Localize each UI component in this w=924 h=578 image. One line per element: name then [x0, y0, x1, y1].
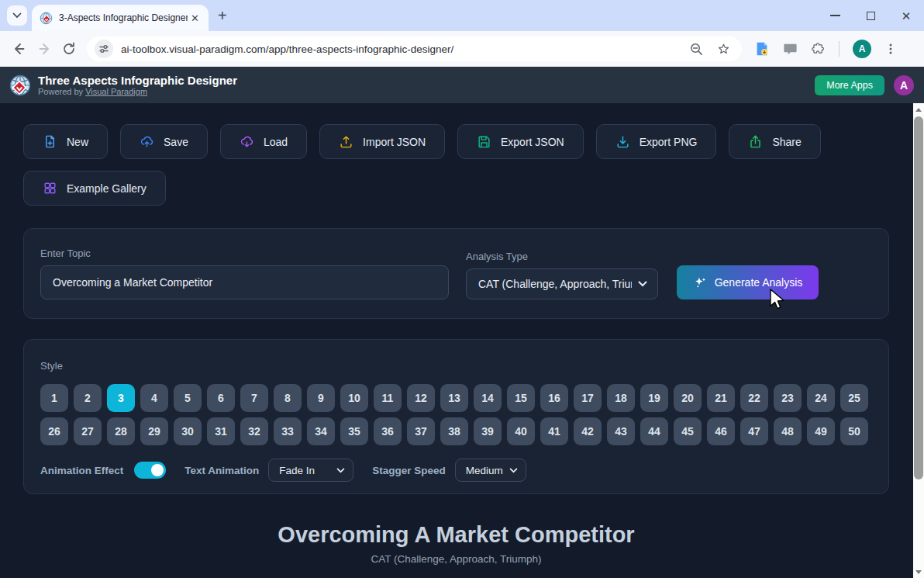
style-option-35[interactable]: 35 — [340, 417, 368, 445]
style-option-29[interactable]: 29 — [140, 417, 168, 445]
style-option-23[interactable]: 23 — [774, 384, 802, 412]
scroll-down-arrow[interactable] — [913, 566, 924, 578]
browser-toolbar: ai-toolbox.visual-paradigm.com/app/three… — [0, 31, 924, 67]
style-option-15[interactable]: 15 — [507, 384, 535, 412]
tab-search-button[interactable] — [7, 5, 27, 26]
back-button[interactable] — [12, 42, 26, 56]
style-option-34[interactable]: 34 — [307, 417, 335, 445]
style-option-30[interactable]: 30 — [174, 417, 202, 445]
import-json-button[interactable]: Import JSON — [319, 124, 445, 159]
style-option-26[interactable]: 26 — [40, 417, 68, 445]
kebab-menu-icon[interactable] — [884, 43, 897, 55]
style-option-20[interactable]: 20 — [674, 384, 702, 412]
user-avatar[interactable]: A — [894, 75, 914, 95]
style-option-22[interactable]: 22 — [740, 384, 768, 412]
style-option-48[interactable]: 48 — [774, 417, 802, 445]
style-option-32[interactable]: 32 — [240, 417, 268, 445]
topic-input[interactable] — [40, 265, 449, 299]
tab-close-icon[interactable]: ✕ — [188, 12, 202, 24]
browser-profile-avatar[interactable]: A — [853, 40, 871, 58]
action-toolbar-row2: Example Gallery — [23, 171, 889, 206]
style-option-44[interactable]: 44 — [640, 417, 668, 445]
reading-list-icon[interactable] — [754, 41, 770, 57]
style-option-27[interactable]: 27 — [74, 417, 102, 445]
site-settings-chip[interactable] — [95, 40, 113, 58]
zoom-icon[interactable] — [689, 42, 704, 57]
style-option-38[interactable]: 38 — [440, 417, 468, 445]
maximize-button[interactable] — [853, 0, 888, 31]
visual-paradigm-link[interactable]: Visual Paradigm — [85, 87, 147, 96]
style-option-9[interactable]: 9 — [307, 384, 335, 412]
new-button[interactable]: New — [23, 124, 108, 159]
example-gallery-button[interactable]: Example Gallery — [23, 171, 166, 206]
style-option-10[interactable]: 10 — [340, 384, 368, 412]
text-animation-select[interactable]: Fade In — [268, 459, 353, 482]
browser-tab[interactable]: 3-Aspects Infographic Designer ✕ — [32, 5, 209, 31]
style-option-4[interactable]: 4 — [140, 384, 168, 412]
animation-effect-label: Animation Effect — [40, 465, 123, 476]
style-option-19[interactable]: 19 — [640, 384, 668, 412]
style-option-1[interactable]: 1 — [40, 384, 68, 412]
style-option-17[interactable]: 17 — [574, 384, 602, 412]
analysis-type-select[interactable]: CAT (Challenge, Approach, Triumph) — [466, 268, 658, 299]
export-png-button[interactable]: Export PNG — [596, 124, 717, 159]
style-option-33[interactable]: 33 — [274, 417, 302, 445]
stagger-speed-select[interactable]: Medium — [455, 459, 526, 482]
tab-title: 3-Aspects Infographic Designer — [59, 12, 188, 23]
url-text[interactable]: ai-toolbox.visual-paradigm.com/app/three… — [121, 43, 689, 55]
style-option-11[interactable]: 11 — [374, 384, 402, 412]
upload-icon — [339, 134, 353, 149]
reload-button[interactable] — [62, 42, 76, 56]
style-option-47[interactable]: 47 — [740, 417, 768, 445]
animation-effect-toggle[interactable] — [134, 462, 166, 479]
bookmark-star-icon[interactable] — [716, 42, 731, 57]
style-option-36[interactable]: 36 — [374, 417, 402, 445]
style-option-28[interactable]: 28 — [107, 417, 135, 445]
style-option-46[interactable]: 46 — [707, 417, 735, 445]
forward-button[interactable] — [37, 42, 51, 56]
style-option-25[interactable]: 25 — [840, 384, 868, 412]
style-option-43[interactable]: 43 — [607, 417, 635, 445]
style-option-24[interactable]: 24 — [807, 384, 835, 412]
load-button[interactable]: Load — [220, 124, 307, 159]
style-option-37[interactable]: 37 — [407, 417, 435, 445]
style-option-45[interactable]: 45 — [674, 417, 702, 445]
style-option-50[interactable]: 50 — [840, 417, 868, 445]
style-option-40[interactable]: 40 — [507, 417, 535, 445]
style-option-14[interactable]: 14 — [474, 384, 502, 412]
style-option-31[interactable]: 31 — [207, 417, 235, 445]
page-scrollbar[interactable] — [913, 103, 924, 578]
generate-analysis-button[interactable]: Generate Analysis — [677, 265, 819, 299]
style-option-18[interactable]: 18 — [607, 384, 635, 412]
chat-icon[interactable] — [783, 42, 798, 57]
style-option-5[interactable]: 5 — [174, 384, 202, 412]
scrollbar-thumb[interactable] — [914, 116, 923, 479]
style-option-42[interactable]: 42 — [574, 417, 602, 445]
style-option-39[interactable]: 39 — [474, 417, 502, 445]
more-apps-button[interactable]: More Apps — [815, 75, 884, 95]
style-option-16[interactable]: 16 — [540, 384, 568, 412]
chevron-down-icon — [638, 281, 647, 287]
style-option-6[interactable]: 6 — [207, 384, 235, 412]
new-tab-button[interactable]: + — [218, 8, 227, 23]
style-option-7[interactable]: 7 — [240, 384, 268, 412]
address-bar[interactable]: ai-toolbox.visual-paradigm.com/app/three… — [87, 36, 742, 61]
share-button[interactable]: Share — [729, 124, 820, 159]
save-button[interactable]: Save — [120, 124, 208, 159]
style-option-12[interactable]: 12 — [407, 384, 435, 412]
extensions-puzzle-icon[interactable] — [811, 42, 826, 57]
style-option-3[interactable]: 3 — [107, 384, 135, 412]
chevron-down-icon — [12, 12, 22, 19]
style-option-41[interactable]: 41 — [540, 417, 568, 445]
visual-paradigm-logo — [9, 74, 31, 96]
style-option-13[interactable]: 13 — [440, 384, 468, 412]
style-option-49[interactable]: 49 — [807, 417, 835, 445]
style-grid: 1234567891011121314151617181920212223242… — [40, 384, 872, 445]
style-option-2[interactable]: 2 — [74, 384, 102, 412]
style-option-8[interactable]: 8 — [274, 384, 302, 412]
scroll-up-arrow[interactable] — [913, 103, 924, 116]
close-button[interactable]: ✕ — [888, 0, 924, 31]
minimize-button[interactable] — [817, 0, 853, 31]
style-option-21[interactable]: 21 — [707, 384, 735, 412]
export-json-button[interactable]: Export JSON — [457, 124, 584, 159]
